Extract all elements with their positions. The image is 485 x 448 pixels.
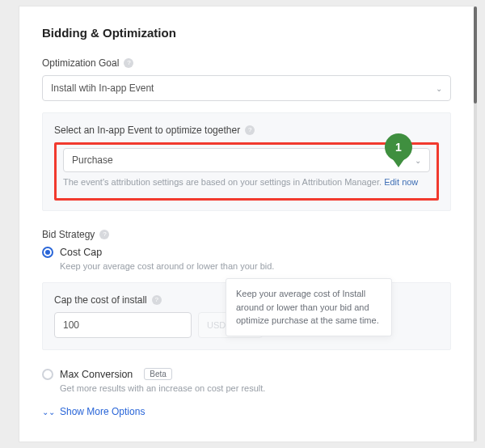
radio-checked-icon[interactable] xyxy=(42,247,53,258)
bid-strategy-section: Bid Strategy ? Cost Cap Keep your averag… xyxy=(42,229,451,417)
cost-cap-desc: Keep your average cost around or lower t… xyxy=(60,261,451,271)
label-text: Select an In-app Event to optimize toget… xyxy=(54,125,240,136)
optimization-goal-select[interactable]: Install wtih In-app Event ⌄ xyxy=(42,75,451,101)
label-text: Cap the cost of install xyxy=(54,294,147,306)
bidding-panel: Bidding & Optimization Optimization Goal… xyxy=(19,6,474,442)
scroll-thumb[interactable] xyxy=(474,6,477,104)
inapp-event-select[interactable]: Purchase ⌄ xyxy=(63,148,430,172)
highlight-box: 1 Purchase ⌄ The event's attribution set… xyxy=(54,142,439,201)
option-title: Cost Cap xyxy=(60,247,102,258)
option-title: Max Conversion xyxy=(60,369,133,380)
double-chevron-down-icon: ⌄⌄ xyxy=(42,408,55,416)
scrollbar[interactable] xyxy=(474,6,477,442)
cost-cap-option[interactable]: Cost Cap xyxy=(42,247,451,258)
max-conversion-option[interactable]: Max Conversion Beta xyxy=(42,368,451,380)
help-icon[interactable]: ? xyxy=(152,295,162,305)
radio-unchecked-icon[interactable] xyxy=(42,369,53,380)
cap-value-input[interactable] xyxy=(54,312,192,338)
optimization-goal-label: Optimization Goal ? xyxy=(42,57,451,69)
edit-now-link[interactable]: Edit now xyxy=(384,177,418,187)
max-conversion-desc: Get more results with an increase on cos… xyxy=(60,383,451,393)
cap-panel: Keep your average cost of Install around… xyxy=(42,282,451,350)
inapp-event-label: Select an In-app Event to optimize toget… xyxy=(54,125,439,136)
tooltip-text: Keep your average cost of Install around… xyxy=(236,289,379,325)
help-icon[interactable]: ? xyxy=(124,58,133,68)
inapp-event-panel: Select an In-app Event to optimize toget… xyxy=(42,112,451,211)
callout-number: 1 xyxy=(395,141,402,154)
select-value: Purchase xyxy=(72,154,113,166)
show-more-options-link[interactable]: ⌄⌄ Show More Options xyxy=(42,406,451,417)
tooltip: Keep your average cost of Install around… xyxy=(226,278,392,336)
note-text: The event's attribution settings are bas… xyxy=(63,177,382,187)
callout-marker: 1 xyxy=(385,133,412,161)
help-icon[interactable]: ? xyxy=(245,125,255,135)
select-value: Install wtih In-app Event xyxy=(51,82,154,94)
chevron-down-icon: ⌄ xyxy=(436,84,442,93)
chevron-down-icon: ⌄ xyxy=(415,156,421,165)
label-text: Bid Strategy xyxy=(42,229,95,240)
help-icon[interactable]: ? xyxy=(99,230,109,239)
label-text: Optimization Goal xyxy=(42,57,119,69)
beta-badge: Beta xyxy=(144,368,172,380)
page-title: Bidding & Optimization xyxy=(42,26,451,40)
attribution-note: The event's attribution settings are bas… xyxy=(63,177,430,187)
show-more-text: Show More Options xyxy=(60,406,145,417)
bid-strategy-label: Bid Strategy ? xyxy=(42,229,451,240)
